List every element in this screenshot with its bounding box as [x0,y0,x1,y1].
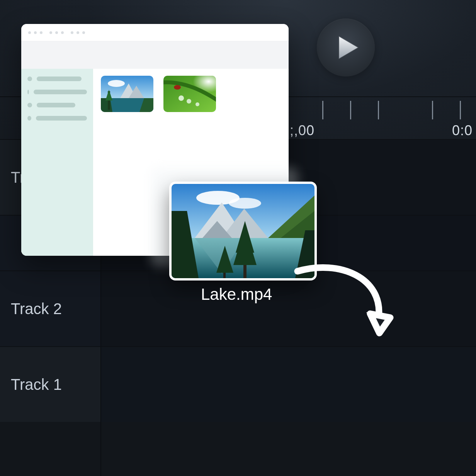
ruler-tick [432,101,433,119]
track-header[interactable]: Track 2 [0,270,100,346]
svg-marker-0 [339,36,358,59]
traffic-lights[interactable] [71,31,85,34]
sidebar-item[interactable] [27,103,87,107]
bullet-icon [27,76,32,81]
media-thumb-lake[interactable] [101,76,153,112]
sidebar-label-placeholder [37,76,82,81]
traffic-dot [49,31,52,34]
sidebar-label-placeholder [34,90,87,94]
finder-toolbar [21,41,289,69]
sidebar-label-placeholder [36,116,87,121]
finder-titlebar[interactable] [21,24,289,41]
svg-point-12 [178,95,184,101]
ruler-tick [350,101,351,119]
bullet-icon [27,103,32,107]
drag-arrow-icon [294,260,402,348]
leaf-thumb-icon [163,76,216,112]
track-header[interactable]: Track 1 [0,346,100,422]
traffic-dot [71,31,73,34]
ruler-label: ;,00 [290,122,314,139]
traffic-dot [76,31,79,34]
traffic-dot [82,31,85,34]
traffic-lights[interactable] [28,31,42,34]
dragged-clip-filename: Lake.mp4 [201,285,272,304]
ruler-tick [322,101,323,119]
track-label: Track 1 [11,376,62,393]
ruler-tick [378,101,379,119]
traffic-dot [28,31,31,34]
ruler-tick [460,101,461,119]
play-icon [336,36,360,60]
traffic-lights[interactable] [49,31,64,34]
traffic-dot [40,31,42,34]
track-lane[interactable] [100,346,476,422]
traffic-dot [34,31,37,34]
play-button[interactable] [317,19,375,76]
svg-point-15 [174,85,181,90]
traffic-dot [61,31,64,34]
sidebar-label-placeholder [37,103,75,107]
lake-clip-image [172,184,314,278]
svg-point-14 [196,102,199,106]
media-thumb-leaf[interactable] [163,76,216,112]
svg-point-13 [187,99,191,104]
svg-point-2 [108,80,125,87]
track-lane[interactable] [100,270,476,346]
finder-sidebar[interactable] [21,69,93,256]
bullet-icon [27,90,29,94]
track-label: Track 2 [11,300,62,318]
svg-point-18 [229,198,261,209]
traffic-dot [55,31,58,34]
sidebar-item[interactable] [27,76,87,81]
sidebar-item[interactable] [27,90,87,94]
lake-thumb-icon [101,76,153,112]
bullet-icon [27,116,31,121]
ruler-label: 0:0 [452,122,473,139]
sidebar-item[interactable] [27,116,87,121]
